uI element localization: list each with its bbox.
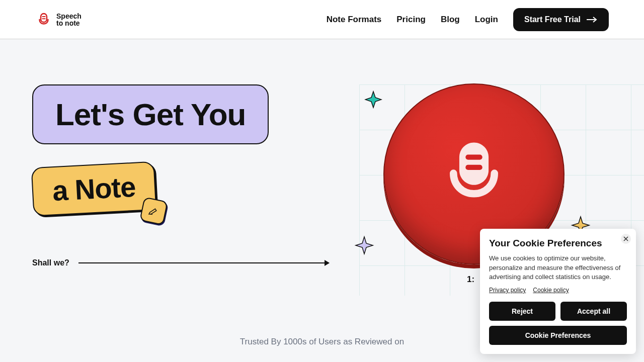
cta-label: Start Free Trial — [524, 15, 581, 24]
brand-line1: Speech — [56, 13, 82, 20]
close-button[interactable] — [621, 234, 631, 244]
hero-left: Let's Get You a Note Shall we? — [32, 84, 329, 296]
sparkle-teal-icon — [364, 90, 382, 109]
nav-note-formats[interactable]: Note Formats — [327, 15, 382, 25]
start-free-trial-button[interactable]: Start Free Trial — [513, 8, 609, 31]
arrow-long-icon — [78, 262, 329, 263]
headline-line2: a Note — [31, 161, 157, 217]
privacy-policy-link[interactable]: Privacy policy — [489, 287, 526, 294]
shall-we-row[interactable]: Shall we? — [32, 258, 329, 267]
cookie-body: We use cookies to optimize our website, … — [489, 254, 627, 282]
nav-pricing[interactable]: Pricing — [396, 15, 426, 25]
sparkle-purple-icon — [354, 235, 374, 255]
cookie-links: Privacy policy Cookie policy — [489, 287, 627, 294]
arrow-right-icon — [587, 16, 598, 23]
headline-line2-wrap: a Note — [31, 161, 157, 217]
logo-text: Speech to note — [56, 13, 82, 27]
nav-blog[interactable]: Blog — [441, 15, 460, 25]
pencil-badge — [139, 197, 168, 225]
microphone-icon — [436, 134, 512, 214]
logo-icon — [35, 11, 52, 28]
nav: Note Formats Pricing Blog Login Start Fr… — [327, 8, 609, 31]
pencil-icon — [147, 205, 160, 218]
shall-we-text: Shall we? — [32, 258, 69, 267]
cookie-dialog: Your Cookie Preferences We use cookies t… — [480, 229, 636, 354]
cookie-preferences-button[interactable]: Cookie Preferences — [489, 326, 627, 345]
cookie-policy-link[interactable]: Cookie policy — [533, 287, 569, 294]
close-icon — [623, 236, 628, 241]
headline-line1: Let's Get You — [32, 84, 269, 144]
timer-partial: 1: — [467, 275, 474, 285]
logo[interactable]: Speech to note — [35, 11, 82, 28]
nav-login[interactable]: Login — [475, 15, 498, 25]
svg-line-3 — [150, 214, 152, 214]
cookie-title: Your Cookie Preferences — [489, 238, 627, 249]
reject-button[interactable]: Reject — [489, 302, 555, 321]
brand-line2: to note — [56, 20, 82, 27]
header: Speech to note Note Formats Pricing Blog… — [0, 0, 644, 39]
accept-all-button[interactable]: Accept all — [560, 302, 627, 321]
